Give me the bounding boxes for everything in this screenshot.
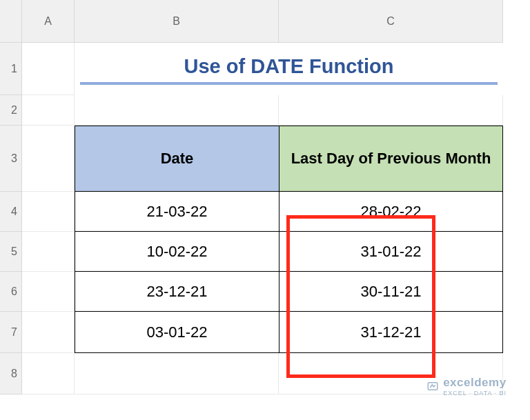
table-cell-last-day[interactable]: 31-01-22 [279, 232, 503, 272]
row-header-6[interactable]: 6 [0, 272, 22, 312]
row-header-3[interactable]: 3 [0, 126, 22, 192]
table-cell-last-day[interactable]: 28-02-22 [279, 192, 503, 232]
col-header-b[interactable]: B [75, 0, 279, 43]
cell[interactable] [22, 272, 75, 312]
table-cell-date[interactable]: 10-02-22 [75, 232, 279, 272]
watermark-brand: exceldemy [443, 376, 507, 390]
row-header-5[interactable]: 5 [0, 232, 22, 272]
logo-icon [426, 380, 439, 392]
cell[interactable] [22, 43, 75, 95]
col-header-c[interactable]: C [279, 0, 503, 43]
cell[interactable] [22, 353, 75, 394]
row-header-1[interactable]: 1 [0, 43, 22, 95]
table-header-date[interactable]: Date [75, 126, 279, 192]
page-title: Use of DATE Function [80, 55, 498, 85]
spreadsheet-grid: A B C 1 2 3 4 5 6 7 8 Use of DATE Functi… [0, 0, 530, 394]
cell[interactable] [279, 95, 503, 126]
row-header-7[interactable]: 7 [0, 312, 22, 353]
table-header-last-day[interactable]: Last Day of Previous Month [279, 126, 503, 192]
cell[interactable] [22, 192, 75, 232]
watermark-tag: EXCEL · DATA · BI [443, 390, 507, 397]
cell[interactable] [22, 126, 75, 192]
row-header-2[interactable]: 2 [0, 95, 22, 126]
cell[interactable] [75, 95, 279, 126]
cell[interactable] [22, 95, 75, 126]
title-cell[interactable]: Use of DATE Function [75, 43, 503, 95]
cell[interactable] [22, 232, 75, 272]
row-header-8[interactable]: 8 [0, 353, 22, 394]
table-cell-date[interactable]: 21-03-22 [75, 192, 279, 232]
cell[interactable] [22, 312, 75, 353]
select-all-corner[interactable] [0, 0, 22, 43]
col-header-a[interactable]: A [22, 0, 75, 43]
row-header-4[interactable]: 4 [0, 192, 22, 232]
cell[interactable] [75, 353, 279, 394]
table-cell-last-day[interactable]: 30-11-21 [279, 272, 503, 312]
table-cell-last-day[interactable]: 31-12-21 [279, 312, 503, 353]
table-cell-date[interactable]: 03-01-22 [75, 312, 279, 353]
table-cell-date[interactable]: 23-12-21 [75, 272, 279, 312]
watermark: exceldemy EXCEL · DATA · BI [426, 376, 507, 397]
